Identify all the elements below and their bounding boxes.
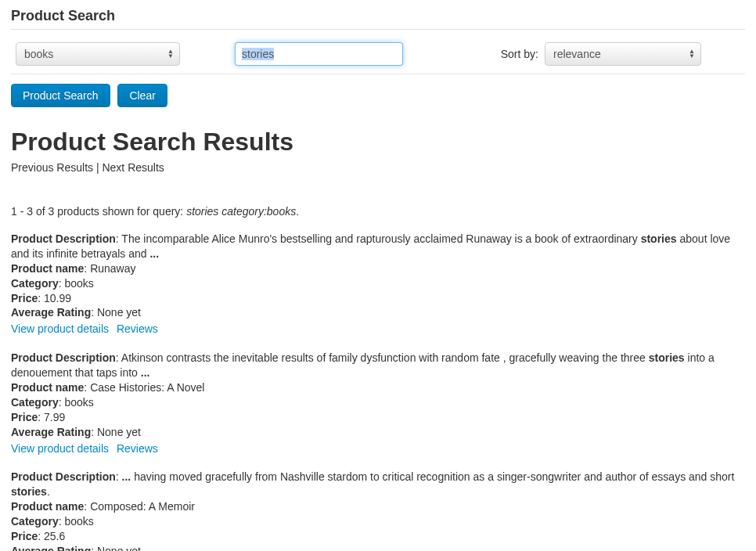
product-item: Product Description: Atkinson contrasts … [11,351,745,456]
clear-button[interactable]: Clear [117,84,167,107]
search-input[interactable] [235,42,403,66]
sort-label: Sort by: [501,48,538,60]
product-item: Product Description: The incomparable Al… [11,232,745,337]
view-product-details-link[interactable]: View product details [11,442,109,455]
product-search-button[interactable]: Product Search [11,84,110,107]
next-results-link[interactable]: Next Results [102,161,164,174]
view-product-details-link[interactable]: View product details [11,322,109,335]
product-item: Product Description: ... having moved gr… [11,470,745,551]
category-select[interactable]: books [16,42,180,66]
previous-results-link[interactable]: Previous Results [11,161,93,174]
divider [11,29,745,30]
results-title: Product Search Results [11,128,745,157]
page-title: Product Search [11,8,745,24]
search-bar: books ▲▼ Sort by: relevance ▲▼ [11,38,745,74]
reviews-link[interactable]: Reviews [117,322,158,335]
results-summary: 1 - 3 of 3 products shown for query: sto… [11,205,745,218]
pager-top: Previous Results | Next Results [11,161,745,174]
sort-select[interactable]: relevance [545,42,701,66]
reviews-link[interactable]: Reviews [117,442,158,455]
